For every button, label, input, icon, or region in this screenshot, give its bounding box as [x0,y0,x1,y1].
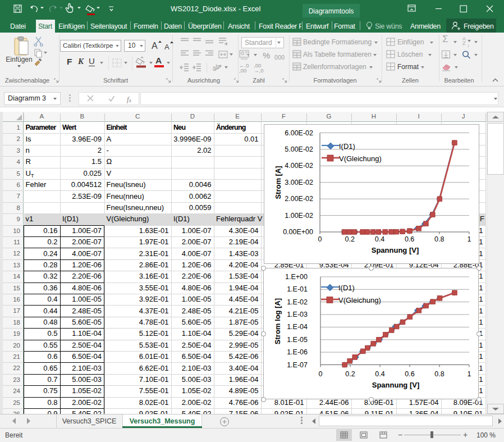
svg-text:0.4: 0.4 [375,370,384,378]
svg-text:1: 1 [468,235,471,243]
svg-text:0.4: 0.4 [375,235,384,243]
svg-text:V(Gleichung): V(Gleichung) [338,296,381,304]
svg-text:5.00E-02: 5.00E-02 [285,145,313,153]
svg-text:0: 0 [318,235,322,243]
svg-text:I(D1): I(D1) [339,142,355,151]
svg-text:1.E-05: 1.E-05 [287,336,308,344]
svg-text:0.8: 0.8 [434,235,444,243]
svg-text:fx: fx [127,95,132,103]
svg-text:I(D1): I(D1) [338,284,355,292]
svg-text:1.E-04: 1.E-04 [287,323,308,331]
svg-text:0.00E+00: 0.00E+00 [283,228,313,236]
svg-text:1.E-02: 1.E-02 [287,298,308,306]
svg-text:6.00E-02: 6.00E-02 [285,129,313,137]
svg-text:1.00E-02: 1.00E-02 [285,212,313,220]
svg-text:1.E-03: 1.E-03 [287,311,308,318]
svg-text:3.00E-02: 3.00E-02 [285,179,313,186]
svg-text:4.00E-02: 4.00E-02 [285,162,313,170]
svg-text:1.E-01: 1.E-01 [287,285,308,293]
svg-text:Spannung [V]: Spannung [V] [372,246,419,254]
svg-text:0.2: 0.2 [345,370,355,378]
svg-text:0: 0 [319,370,323,378]
svg-text:2.00E-02: 2.00E-02 [285,195,313,203]
svg-text:0.8: 0.8 [434,370,444,378]
svg-text:Spannung [V]: Spannung [V] [372,381,420,389]
svg-text:Strom log [A]: Strom log [A] [273,298,282,344]
svg-text:1.E-06: 1.E-06 [287,348,308,356]
svg-text:1: 1 [468,370,471,378]
svg-text:0.6: 0.6 [405,235,414,243]
svg-text:1.E+00: 1.E+00 [285,273,308,281]
svg-text:1.E-07: 1.E-07 [287,361,308,369]
svg-text:V(Gleichung): V(Gleichung) [339,154,382,163]
svg-text:0.6: 0.6 [405,370,414,378]
svg-text:Strom [A]: Strom [A] [274,166,282,199]
svg-text:0.2: 0.2 [345,235,355,243]
